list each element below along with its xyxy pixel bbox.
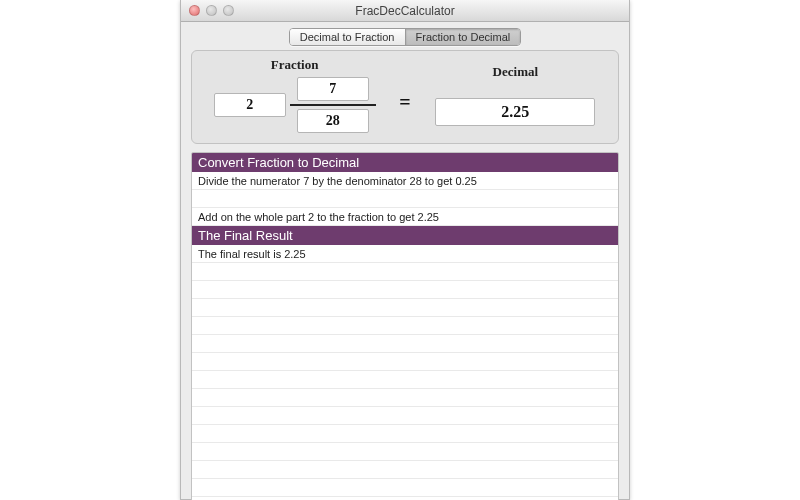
fraction-label: Fraction: [271, 57, 319, 73]
fraction-line: [290, 104, 376, 106]
app-window: FracDecCalculator Decimal to Fraction Fr…: [180, 0, 630, 500]
rule-line: [192, 425, 618, 443]
minimize-button[interactable]: [206, 5, 217, 16]
rule-line: [192, 461, 618, 479]
rule-line: [192, 479, 618, 497]
section-header-result: The Final Result: [192, 226, 618, 245]
rule-line: [192, 335, 618, 353]
step-line: Add on the whole part 2 to the fraction …: [192, 208, 618, 226]
denominator-input[interactable]: 28: [297, 109, 369, 133]
section-header-convert: Convert Fraction to Decimal: [192, 153, 618, 172]
mode-tabs: Decimal to Fraction Fraction to Decimal: [289, 28, 522, 46]
maximize-button[interactable]: [223, 5, 234, 16]
rule-line: [192, 317, 618, 335]
titlebar: FracDecCalculator: [181, 0, 629, 22]
rule-line: [192, 353, 618, 371]
rule-line: [192, 281, 618, 299]
decimal-output: 2.25: [435, 98, 595, 126]
rule-line: [192, 299, 618, 317]
tab-fraction-to-decimal[interactable]: Fraction to Decimal: [406, 29, 521, 45]
ruled-area: [192, 263, 618, 497]
window-title: FracDecCalculator: [181, 4, 629, 18]
io-panel: Fraction 2 7 28 = Decimal 2.25: [191, 50, 619, 144]
rule-line: [192, 407, 618, 425]
step-line: [192, 190, 618, 208]
step-line: The final result is 2.25: [192, 245, 618, 263]
rule-line: [192, 389, 618, 407]
close-button[interactable]: [189, 5, 200, 16]
decimal-column: Decimal 2.25: [421, 64, 610, 126]
rule-line: [192, 263, 618, 281]
fraction-row: 2 7 28: [214, 77, 376, 133]
tab-decimal-to-fraction[interactable]: Decimal to Fraction: [290, 29, 406, 45]
numerator-input[interactable]: 7: [297, 77, 369, 101]
whole-input[interactable]: 2: [214, 93, 286, 117]
rule-line: [192, 371, 618, 389]
equals-sign: =: [393, 91, 416, 114]
steps-panel: Convert Fraction to Decimal Divide the n…: [191, 152, 619, 500]
rule-line: [192, 443, 618, 461]
tabs-row: Decimal to Fraction Fraction to Decimal: [181, 22, 629, 46]
window-controls: [181, 5, 234, 16]
decimal-label: Decimal: [493, 64, 538, 80]
fraction-column: Fraction 2 7 28: [200, 57, 389, 133]
fraction-stack: 7 28: [290, 77, 376, 133]
step-line: Divide the numerator 7 by the denominato…: [192, 172, 618, 190]
